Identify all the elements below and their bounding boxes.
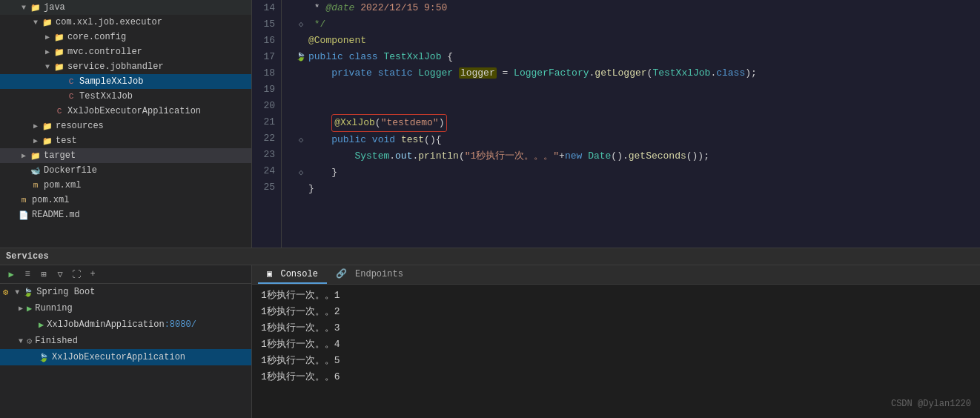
expand-arrow: ▶ (42, 33, 53, 42)
xml-icon: m (18, 196, 30, 205)
sidebar-item-java[interactable]: ▼ 📁 java (0, 0, 251, 15)
expand-arrow: ▼ (18, 4, 30, 12)
sidebar-item-pom-inner[interactable]: ▶ m pom.xml (0, 178, 251, 193)
java-class-icon: C (53, 107, 65, 116)
xxljob-admin-label: XxlJobAdminApplication (47, 319, 164, 330)
console-line-4: 1秒执行一次。。4 (261, 336, 971, 353)
console-area: ▣ Console 🔗 Endpoints 1秒执行一次。。1 1秒执行一次。。… (252, 265, 980, 418)
expand-arrow: ▼ (42, 63, 53, 71)
main-area: ▼ 📁 java ▼ 📁 com.xxl.job.executor ▶ 📁 co… (0, 0, 980, 248)
service-item-xxljob-admin[interactable]: ▶ ▶ XxlJobAdminApplication :8080/ (0, 316, 251, 333)
console-tabs: ▣ Console 🔗 Endpoints (252, 265, 980, 285)
service-item-running-group[interactable]: ▶ ▶ Running (0, 300, 251, 316)
line-numbers: 14 15 16 17 18 19 20 21 22 23 24 25 (252, 0, 282, 248)
console-line-2: 1秒执行一次。。2 (261, 304, 971, 320)
spring-boot-icon: 🍃 (23, 288, 33, 297)
code-content: * @date 2022/12/15 9:50 ◇ */ @Component … (282, 0, 980, 248)
folder-icon: 📁 (42, 122, 53, 131)
service-item-finished-group[interactable]: ▼ ⚙ Finished (0, 333, 251, 349)
dockerfile-icon: 🐋 (30, 166, 42, 176)
add-button[interactable]: + (86, 268, 99, 281)
expand-arrow: ▼ (11, 288, 23, 296)
filter-button[interactable]: ▽ (53, 268, 67, 281)
layout-button[interactable]: ⛶ (70, 268, 83, 281)
run-button[interactable]: ▶ (4, 268, 18, 281)
sidebar-item-pom-outer[interactable]: ▶ m pom.xml (0, 193, 251, 208)
list-button[interactable]: ≡ (21, 268, 34, 281)
expand-arrow: ▶ (30, 122, 42, 130)
services-body: ▶ ≡ ⊞ ▽ ⛶ + ⚙ ▼ 🍃 Spring Boot ▶ ▶ Runnin… (0, 265, 980, 418)
finished-group-label: Finished (35, 336, 78, 346)
file-tree-sidebar: ▼ 📁 java ▼ 📁 com.xxl.job.executor ▶ 📁 co… (0, 0, 252, 248)
console-line-3: 1秒执行一次。。3 (261, 320, 971, 336)
java-class-icon: C (65, 77, 77, 86)
sidebar-item-mvc-controller[interactable]: ▶ 📁 mvc.controller (0, 44, 251, 59)
code-editor[interactable]: 14 15 16 17 18 19 20 21 22 23 24 25 * @d… (252, 0, 980, 248)
code-line-24: ◇ } (294, 165, 980, 181)
folder-icon: 📁 (42, 136, 53, 146)
readme-icon: 📄 (18, 210, 30, 220)
executor-icon: 🍃 (39, 353, 49, 362)
folder-icon: 📁 (53, 47, 65, 57)
sidebar-item-service-jobhandler[interactable]: ▼ 📁 service.jobhandler (0, 59, 251, 74)
folder-icon: 📁 (53, 62, 65, 72)
code-line-20 (294, 98, 980, 114)
xml-icon: m (30, 181, 42, 190)
services-header: Services (0, 248, 980, 265)
service-item-spring-boot[interactable]: ⚙ ▼ 🍃 Spring Boot (0, 284, 251, 300)
expand-arrow: ▶ (30, 136, 42, 145)
console-line-5: 1秒执行一次。。5 (261, 353, 971, 369)
running-status-icon: ▶ (27, 303, 32, 314)
running-app-icon: ▶ (39, 319, 44, 331)
folder-icon: 📁 (42, 18, 53, 27)
services-panel: Services ▶ ≡ ⊞ ▽ ⛶ + ⚙ ▼ 🍃 Spring Boot ▶ (0, 248, 980, 418)
tab-endpoints[interactable]: 🔗 Endpoints (327, 265, 412, 284)
sidebar-item-readme[interactable]: ▶ 📄 README.md (0, 208, 251, 222)
expand-arrow: ▼ (15, 337, 27, 345)
code-line-15: ◇ */ (294, 16, 980, 33)
code-line-14: * @date 2022/12/15 9:50 (294, 0, 980, 16)
expand-arrow: ▶ (15, 304, 27, 313)
code-line-17: 🍃 public class TestXxlJob { (294, 49, 980, 65)
running-group-label: Running (35, 303, 72, 314)
grid-button[interactable]: ⊞ (37, 268, 50, 281)
expand-arrow: ▶ (18, 151, 30, 160)
java-class-icon: C (65, 92, 77, 101)
sidebar-item-dockerfile[interactable]: ▶ 🐋 Dockerfile (0, 163, 251, 178)
code-line-22: ◇ public void test(){ (294, 132, 980, 148)
sidebar-item-com-xxl[interactable]: ▼ 📁 com.xxl.job.executor (0, 15, 251, 30)
expand-arrow: ▼ (30, 19, 42, 27)
folder-icon: 📁 (30, 151, 42, 161)
sidebar-item-xxljob-executor-app[interactable]: ▶ C XxlJobExecutorApplication (0, 104, 251, 119)
sidebar-item-samplexxljob[interactable]: ▶ C SampleXxlJob (0, 74, 251, 89)
expand-arrow: ▶ (42, 47, 53, 56)
code-line-21: @XxlJob("testdemo") (294, 114, 980, 132)
services-toolbar: ▶ ≡ ⊞ ▽ ⛶ + (0, 265, 251, 284)
folder-icon: 📁 (30, 3, 42, 13)
sidebar-item-target[interactable]: ▶ 📁 target (0, 148, 251, 163)
gear-icon: ⚙ (3, 287, 8, 298)
sidebar-item-testxxljob[interactable]: ▶ C TestXxlJob (0, 89, 251, 104)
services-sidebar: ▶ ≡ ⊞ ▽ ⛶ + ⚙ ▼ 🍃 Spring Boot ▶ ▶ Runnin… (0, 265, 252, 418)
folder-icon: 📁 (53, 33, 65, 42)
tab-console[interactable]: ▣ Console (258, 265, 327, 284)
xxljob-executor-label: XxlJobExecutorApplication (52, 352, 185, 362)
code-line-23: System.out.println("1秒执行一次。。。"+new Date(… (294, 148, 980, 165)
port-label: :8080/ (165, 319, 196, 330)
finished-icon: ⚙ (27, 336, 32, 347)
console-line-1: 1秒执行一次。。1 (261, 288, 971, 304)
sidebar-item-core-config[interactable]: ▶ 📁 core.config (0, 30, 251, 44)
code-container: 14 15 16 17 18 19 20 21 22 23 24 25 * @d… (252, 0, 980, 248)
service-group-label: Spring Boot (36, 287, 95, 297)
console-line-6: 1秒执行一次。。6 (261, 369, 971, 385)
console-output: 1秒执行一次。。1 1秒执行一次。。2 1秒执行一次。。3 1秒执行一次。。4 … (252, 285, 980, 418)
sidebar-item-resources[interactable]: ▶ 📁 resources (0, 119, 251, 133)
code-line-16: @Component (294, 33, 980, 49)
service-item-xxljob-executor[interactable]: ▶ 🍃 XxlJobExecutorApplication (0, 349, 251, 365)
console-icon: ▣ (267, 269, 272, 279)
code-line-18: private static Logger logger = LoggerFac… (294, 65, 980, 82)
sidebar-item-test[interactable]: ▶ 📁 test (0, 133, 251, 148)
code-line-19 (294, 82, 980, 98)
watermark: CSDN @Dylan1220 (891, 396, 971, 412)
code-line-25: } (294, 181, 980, 197)
